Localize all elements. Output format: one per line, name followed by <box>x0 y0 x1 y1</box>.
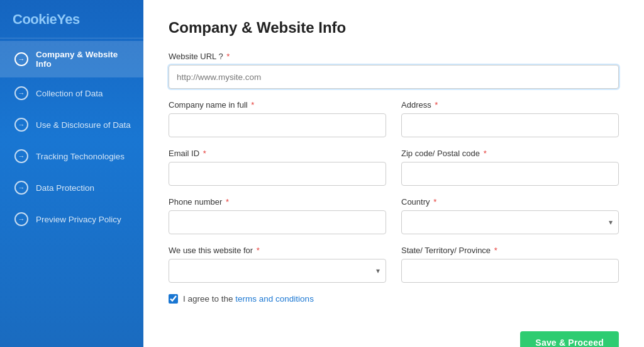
terms-link[interactable]: terms and conditions <box>235 294 314 304</box>
footer-row: Save & Proceed <box>169 331 619 347</box>
zip-label: Zip code/ Postal code * <box>401 149 619 158</box>
sidebar-item-collection-of-data[interactable]: → Collection of Data <box>0 77 143 109</box>
arrow-circle-icon-collection: → <box>14 86 28 100</box>
sidebar-item-preview-privacy[interactable]: → Preview Privacy Policy <box>0 203 143 235</box>
website-url-group: Website URL ? * <box>169 52 619 89</box>
website-url-label: Website URL ? * <box>169 52 619 61</box>
country-label: Country * <box>401 197 619 207</box>
sidebar-item-company-website-info[interactable]: → Company & Website Info <box>0 41 143 77</box>
address-label: Address * <box>401 100 619 110</box>
country-select[interactable] <box>401 210 619 234</box>
sidebar-item-label-protection: Data Protection <box>36 183 94 193</box>
address-col: Address * <box>401 100 619 137</box>
phone-label: Phone number * <box>169 197 386 207</box>
sidebar-item-label-company: Company & Website Info <box>36 50 131 69</box>
save-proceed-button[interactable]: Save & Proceed <box>520 331 619 347</box>
terms-checkbox[interactable] <box>169 294 178 304</box>
company-name-col: Company name in full * <box>169 100 386 137</box>
address-input[interactable] <box>401 113 619 137</box>
email-col: Email ID * <box>169 149 386 186</box>
sidebar-item-use-disclosure[interactable]: → Use & Disclosure of Data <box>0 109 143 140</box>
row-phone-country: Phone number * Country * ▾ <box>169 197 619 234</box>
phone-input[interactable] <box>169 210 386 234</box>
email-label: Email ID * <box>169 149 386 158</box>
main-content: Company & Website Info Website URL ? * C… <box>143 0 644 347</box>
state-col: State/ Territory/ Province * <box>401 246 619 283</box>
state-input[interactable] <box>401 259 619 283</box>
website-use-col: We use this website for * ▾ <box>169 246 386 283</box>
logo-text-cookie: Cookie <box>13 11 57 27</box>
company-name-label: Company name in full * <box>169 100 386 110</box>
website-use-label: We use this website for * <box>169 246 386 255</box>
zip-col: Zip code/ Postal code * <box>401 149 619 186</box>
website-use-select-wrapper: ▾ <box>169 259 386 283</box>
arrow-circle-icon-company: → <box>14 52 28 66</box>
state-label: State/ Territory/ Province * <box>401 246 619 255</box>
country-select-wrapper: ▾ <box>401 210 619 234</box>
sidebar-divider <box>0 38 143 38</box>
website-use-select[interactable] <box>169 259 386 283</box>
sidebar-item-data-protection[interactable]: → Data Protection <box>0 172 143 203</box>
sidebar-item-label-disclosure: Use & Disclosure of Data <box>36 120 131 130</box>
sidebar-item-tracking-technologies[interactable]: → Tracking Techonologies <box>0 140 143 172</box>
sidebar: CookieYes → Company & Website Info → Col… <box>0 0 143 347</box>
country-col: Country * ▾ <box>401 197 619 234</box>
arrow-circle-icon-tracking: → <box>14 149 28 163</box>
arrow-circle-icon-disclosure: → <box>14 118 28 132</box>
email-input[interactable] <box>169 162 386 186</box>
logo-text-yes: Yes <box>57 11 79 27</box>
row-email-zip: Email ID * Zip code/ Postal code * <box>169 149 619 186</box>
logo: CookieYes <box>0 0 143 38</box>
terms-checkbox-row: I agree to the terms and conditions <box>169 294 619 304</box>
row-website-use-state: We use this website for * ▾ State/ Terri… <box>169 246 619 283</box>
arrow-circle-icon-protection: → <box>14 181 28 195</box>
zip-input[interactable] <box>401 162 619 186</box>
sidebar-item-label-collection: Collection of Data <box>36 89 103 98</box>
page-title: Company & Website Info <box>169 19 619 37</box>
phone-col: Phone number * <box>169 197 386 234</box>
form-section: Website URL ? * Company name in full * A… <box>169 52 619 316</box>
website-url-input[interactable] <box>169 65 619 89</box>
sidebar-item-label-tracking: Tracking Techonologies <box>36 152 125 161</box>
company-name-input[interactable] <box>169 113 386 137</box>
sidebar-item-label-preview: Preview Privacy Policy <box>36 215 121 224</box>
row-company-address: Company name in full * Address * <box>169 100 619 137</box>
terms-label: I agree to the terms and conditions <box>183 294 314 304</box>
arrow-circle-icon-preview: → <box>14 212 28 226</box>
